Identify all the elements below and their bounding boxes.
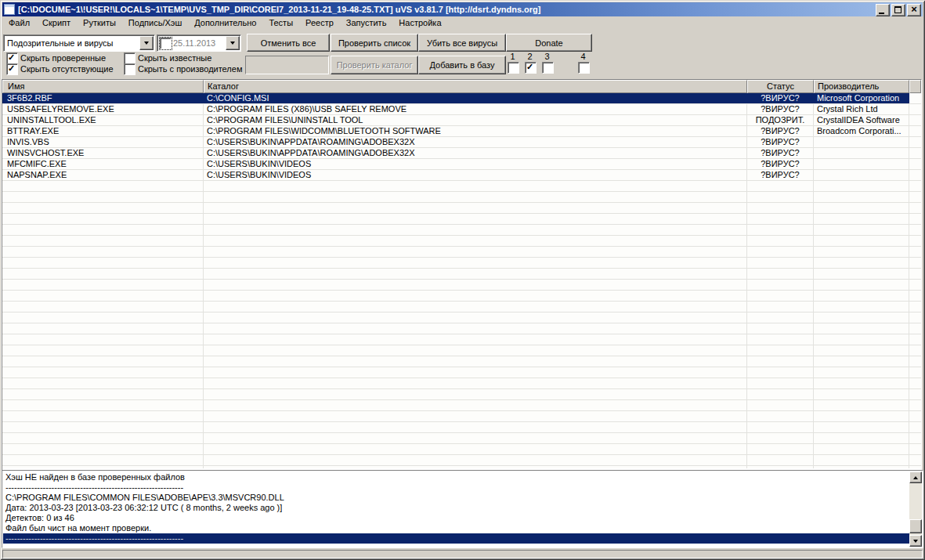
- cell-status: ?ВИРУС?: [747, 137, 814, 147]
- cell-name: BTTRAY.EXE: [2, 126, 204, 136]
- table-row[interactable]: USBSAFELYREMOVE.EXE C:\PROGRAM FILES (X8…: [2, 104, 921, 115]
- cell-catalog: C:\PROGRAM FILES (X86)\USB SAFELY REMOVE: [204, 104, 747, 114]
- cell-name: WINSVCHOST.EXE: [2, 148, 204, 158]
- cell-catalog: C:\PROGRAM FILES\WIDCOMM\BLUETOOTH SOFTW…: [204, 126, 747, 136]
- hide-known-label: Скрыть известные: [138, 52, 211, 63]
- chevron-down-icon[interactable]: [226, 36, 240, 50]
- menu-bar: Файл Скрипт Руткиты Подпись/Хэш Дополнит…: [2, 16, 923, 30]
- cell-name: INVIS.VBS: [2, 137, 204, 147]
- cell-name: UNINSTALLTOOL.EXE: [2, 115, 204, 125]
- status-bar: [2, 550, 923, 558]
- table-row[interactable]: 3F6B2.RBF C:\CONFIG.MSI ?ВИРУС? Microsof…: [2, 93, 921, 104]
- scrollbar-thumb[interactable]: [909, 519, 922, 533]
- menu-run[interactable]: Запустить: [340, 16, 393, 30]
- info-line: ----------------------------------------…: [3, 482, 909, 493]
- table-row[interactable]: WINSVCHOST.EXE C:\USERS\BUKIN\APPDATA\RO…: [2, 148, 921, 159]
- info-line: Дата: 2013-03-23 [2013-03-23 06:32:12 UT…: [3, 503, 909, 513]
- cell-catalog: C:\CONFIG.MSI: [204, 93, 747, 103]
- maximize-button[interactable]: [891, 4, 905, 16]
- cell-status: ?ВИРУС?: [747, 159, 814, 169]
- menu-script[interactable]: Скрипт: [36, 16, 77, 30]
- cell-vendor: [814, 170, 909, 180]
- cell-vendor: [814, 159, 909, 169]
- uvs-window: [C:\DOCUME~1\!USER!\LOCALS~1\TEMP\UVS_TM…: [0, 0, 925, 560]
- column-header-vendor[interactable]: Производитель: [814, 80, 909, 93]
- hide-missing-label: Скрыть отсутствующие: [20, 63, 114, 74]
- cell-catalog: C:\USERS\BUKIN\VIDEOS: [204, 159, 747, 169]
- filter-combobox[interactable]: Подозрительные и вирусы: [3, 34, 155, 52]
- cell-vendor: [814, 137, 909, 147]
- menu-tests[interactable]: Тесты: [262, 16, 299, 30]
- menu-settings[interactable]: Настройка: [392, 16, 447, 30]
- menu-registry[interactable]: Реестр: [299, 16, 340, 30]
- kill-all-viruses-button[interactable]: Убить все вирусы: [418, 34, 506, 52]
- info-panel-scrollbar[interactable]: [909, 471, 922, 547]
- check-catalog-button: Проверить каталог: [331, 56, 418, 74]
- cell-name: USBSAFELYREMOVE.EXE: [2, 104, 204, 114]
- app-icon: [4, 4, 15, 15]
- info-line: Файл был чист на момент проверки.: [3, 523, 909, 533]
- cell-catalog: C:\PROGRAM FILES\UNINSTALL TOOL: [204, 115, 747, 125]
- empty-rows-area: [2, 181, 921, 468]
- cell-vendor: CrystalIDEA Software: [814, 115, 909, 125]
- cell-status: ?ВИРУС?: [747, 148, 814, 158]
- cell-catalog: C:\USERS\BUKIN\APPDATA\ROAMING\ADOBEX32X: [204, 137, 747, 147]
- column-header-name[interactable]: Имя: [2, 80, 204, 93]
- cell-name: NAPSNAP.EXE: [2, 170, 204, 180]
- numbered-checkbox-1[interactable]: [508, 62, 519, 74]
- window-title: [C:\DOCUME~1\!USER!\LOCALS~1\TEMP\UVS_TM…: [18, 5, 541, 14]
- hide-missing-checkbox[interactable]: [6, 63, 18, 75]
- cell-status: ?ВИРУС?: [747, 126, 814, 136]
- column-header-status[interactable]: Статус: [747, 80, 814, 93]
- cell-catalog: C:\USERS\BUKIN\VIDEOS: [204, 170, 747, 180]
- table-row[interactable]: MFCMIFC.EXE C:\USERS\BUKIN\VIDEOS ?ВИРУС…: [2, 159, 921, 170]
- file-list-body: 3F6B2.RBF C:\CONFIG.MSI ?ВИРУС? Microsof…: [2, 93, 921, 468]
- chevron-down-icon[interactable]: [139, 36, 154, 50]
- donate-button[interactable]: Donate: [506, 34, 592, 52]
- cell-catalog: C:\USERS\BUKIN\APPDATA\ROAMING\ADOBEX32X: [204, 148, 747, 158]
- column-header-extra[interactable]: [909, 80, 921, 93]
- cell-vendor: Microsoft Corporation: [814, 93, 909, 103]
- check-list-button[interactable]: Проверить список: [331, 34, 418, 52]
- catalog-path-input[interactable]: [245, 56, 329, 74]
- table-row[interactable]: INVIS.VBS C:\USERS\BUKIN\APPDATA\ROAMING…: [2, 137, 921, 148]
- cell-vendor: Crystal Rich Ltd: [814, 104, 909, 114]
- numbered-checkbox-label-4: 4: [578, 52, 588, 61]
- table-row[interactable]: NAPSNAP.EXE C:\USERS\BUKIN\VIDEOS ?ВИРУС…: [2, 170, 921, 181]
- date-combobox[interactable]: 25.11.2013: [157, 34, 241, 52]
- table-row[interactable]: UNINSTALLTOOL.EXE C:\PROGRAM FILES\UNINS…: [2, 115, 921, 126]
- column-header-catalog[interactable]: Каталог: [204, 80, 747, 93]
- menu-rootkits[interactable]: Руткиты: [77, 16, 122, 30]
- file-list: Имя Каталог Статус Производитель 3F6B2.R…: [2, 79, 922, 471]
- file-list-header: Имя Каталог Статус Производитель: [2, 80, 921, 93]
- scroll-down-icon[interactable]: [909, 535, 922, 547]
- date-checkbox[interactable]: [160, 38, 172, 49]
- add-to-base-button[interactable]: Добавить в базу: [418, 56, 506, 74]
- title-bar: [C:\DOCUME~1\!USER!\LOCALS~1\TEMP\UVS_TM…: [2, 2, 923, 16]
- cancel-all-button[interactable]: Отменить все: [247, 34, 330, 52]
- numbered-checkbox-label-2: 2: [525, 52, 535, 61]
- info-panel: Хэш НЕ найден в базе проверенных файлов …: [2, 470, 923, 548]
- hide-checked-checkbox[interactable]: [6, 52, 18, 64]
- info-line: C:\PROGRAM FILES\COMMON FILES\ADOBE\APE\…: [3, 493, 909, 503]
- hide-known-checkbox[interactable]: [124, 52, 135, 64]
- minimize-button[interactable]: [876, 4, 890, 16]
- cell-status: ?ВИРУС?: [747, 170, 814, 180]
- numbered-checkbox-3[interactable]: [542, 62, 554, 74]
- scroll-up-icon[interactable]: [909, 471, 922, 483]
- cell-vendor: Broadcom Corporati...: [814, 126, 909, 136]
- info-panel-text: Хэш НЕ найден в базе проверенных файлов …: [3, 471, 909, 547]
- numbered-checkbox-label-1: 1: [508, 52, 518, 61]
- menu-signature-hash[interactable]: Подпись/Хэш: [122, 16, 188, 30]
- info-line: ----------------------------------------…: [3, 533, 909, 544]
- info-line: Хэш НЕ найден в базе проверенных файлов: [3, 472, 909, 482]
- hide-with-vendor-checkbox[interactable]: [124, 63, 135, 75]
- menu-file[interactable]: Файл: [2, 16, 36, 30]
- numbered-checkbox-4[interactable]: [578, 62, 590, 74]
- table-row[interactable]: BTTRAY.EXE C:\PROGRAM FILES\WIDCOMM\BLUE…: [2, 126, 921, 137]
- cell-name: 3F6B2.RBF: [2, 93, 204, 103]
- numbered-checkbox-2[interactable]: [525, 62, 537, 74]
- cell-status: ?ВИРУС?: [747, 104, 814, 114]
- close-button[interactable]: [907, 4, 921, 16]
- menu-additional[interactable]: Дополнительно: [188, 16, 262, 30]
